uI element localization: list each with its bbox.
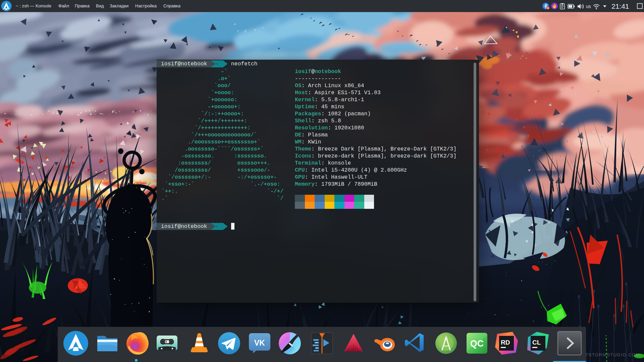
svg-text:us: us [586,4,591,9]
svg-text:~: ~ [215,224,218,230]
svg-text:RD: RD [501,339,510,346]
svg-text:~: ~ [215,62,218,67]
svg-text:VK: VK [254,339,265,347]
svg-text:21:41: 21:41 [611,2,629,10]
svg-text:QC: QC [470,339,484,349]
svg-text:CL: CL [532,339,541,346]
